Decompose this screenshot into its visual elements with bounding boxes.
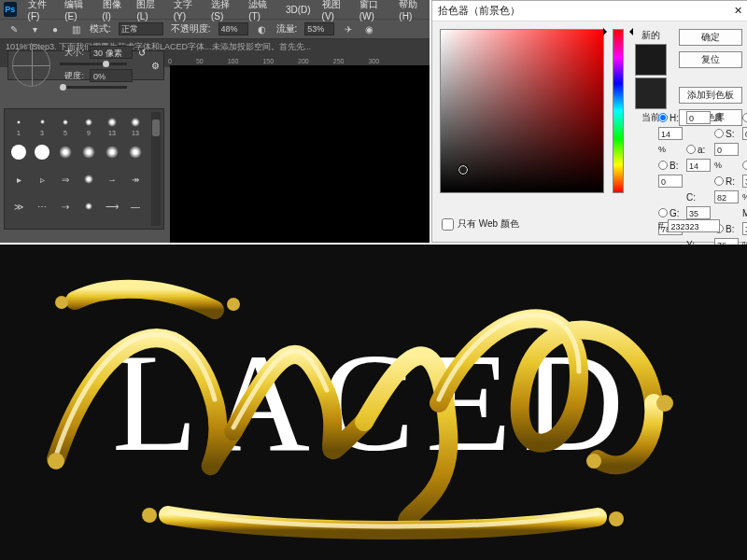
brush-tip[interactable]: ⇢: [55, 194, 76, 218]
add-swatch-button[interactable]: 添加到色板: [679, 87, 742, 104]
menu-select[interactable]: 选择(S): [211, 0, 237, 21]
l-value[interactable]: 14: [658, 127, 683, 140]
flow-label: 流量:: [276, 22, 298, 35]
b2-value[interactable]: 35: [742, 222, 747, 235]
menu-type[interactable]: 文字(Y): [174, 0, 200, 21]
opacity-input[interactable]: [218, 22, 248, 35]
preset-dropdown-icon[interactable]: ▾: [28, 22, 41, 35]
artwork-preview: LACED: [0, 245, 747, 560]
new-label: 新的: [641, 29, 660, 42]
brush-tip[interactable]: [32, 140, 52, 164]
hardness-input[interactable]: 0%: [90, 69, 133, 82]
g-radio[interactable]: G:: [658, 208, 683, 218]
l-radio[interactable]: L:: [742, 113, 747, 123]
menu-filter[interactable]: 滤镜(T): [248, 0, 275, 21]
a-radio[interactable]: a:: [686, 145, 711, 155]
pressure-opacity-icon[interactable]: ◐: [256, 22, 269, 35]
web-only-checkbox[interactable]: [442, 218, 454, 231]
swap-size-icon[interactable]: ↺: [138, 48, 146, 58]
brush-tip[interactable]: ↠: [125, 167, 146, 191]
h-value[interactable]: 0: [686, 111, 711, 124]
c-value[interactable]: 82: [714, 190, 739, 203]
bl-value[interactable]: 0: [658, 175, 683, 188]
brush-tip[interactable]: ≫: [8, 194, 29, 218]
menu-bar: Ps 文件(F) 编辑(E) 图像(I) 图层(L) 文字(Y) 选择(S) 滤…: [0, 0, 430, 19]
opacity-label: 不透明度:: [171, 22, 211, 35]
brush-tip[interactable]: 9: [78, 113, 99, 137]
c-label: C:: [686, 192, 711, 203]
current-label: 当前: [641, 111, 660, 124]
menu-3d[interactable]: 3D(D): [286, 5, 311, 15]
menu-file[interactable]: 文件(F): [28, 0, 54, 21]
brush-tip[interactable]: ⋯: [32, 194, 52, 218]
canvas[interactable]: [170, 65, 430, 243]
hue-slider[interactable]: [610, 29, 627, 193]
brush-tip[interactable]: [102, 140, 122, 164]
gear-icon[interactable]: ⚙: [151, 61, 160, 71]
brush-preview-icon[interactable]: ●: [49, 22, 62, 35]
s-value[interactable]: 0: [742, 127, 747, 140]
scrollbar[interactable]: [151, 112, 161, 226]
menu-view[interactable]: 视图(V): [322, 0, 348, 21]
brush-tip[interactable]: —: [125, 194, 146, 218]
menu-layer[interactable]: 图层(L): [136, 0, 162, 21]
brush-tip[interactable]: 13: [102, 113, 122, 137]
close-icon[interactable]: ✕: [731, 5, 744, 18]
tool-icon[interactable]: ✎: [7, 22, 21, 35]
hex-input[interactable]: 232323: [668, 219, 720, 232]
brush-tip[interactable]: 1: [8, 113, 29, 137]
brush-tip[interactable]: 13: [125, 113, 146, 137]
size-label: 大小:: [56, 47, 84, 59]
r-radio[interactable]: R:: [714, 176, 739, 187]
brush-tip[interactable]: →: [102, 167, 122, 191]
angle-dial[interactable]: [12, 44, 50, 87]
s-radio[interactable]: S:: [714, 129, 739, 139]
brush-tip[interactable]: [78, 167, 99, 191]
flow-input[interactable]: [304, 22, 334, 35]
g-value[interactable]: 35: [686, 206, 711, 219]
brush-tip[interactable]: ⟶: [102, 194, 122, 218]
svg-point-2: [227, 298, 240, 311]
brush-tip[interactable]: [8, 140, 29, 164]
bl-radio[interactable]: b:: [742, 161, 747, 171]
color-field-marker[interactable]: [458, 165, 468, 175]
ps-logo: Ps: [4, 2, 17, 17]
brush-tip[interactable]: [125, 140, 146, 164]
r-value[interactable]: 35: [742, 175, 747, 188]
b-radio[interactable]: B:: [658, 161, 683, 171]
h-radio[interactable]: H:: [658, 113, 683, 123]
airbrush-icon[interactable]: ✈: [342, 22, 355, 35]
brush-tip[interactable]: 5: [55, 113, 76, 137]
swatch-current: [635, 77, 667, 109]
menu-window[interactable]: 窗口(W): [359, 0, 388, 21]
svg-point-3: [656, 395, 673, 412]
brush-tip[interactable]: [78, 194, 99, 218]
menu-edit[interactable]: 编辑(E): [64, 0, 91, 21]
brush-tip[interactable]: ⇒: [55, 167, 76, 191]
size-input[interactable]: 30 像素: [90, 46, 133, 59]
color-field[interactable]: [440, 29, 604, 193]
mode-select[interactable]: 正常: [119, 22, 163, 35]
web-only-label: 只有 Web 颜色: [458, 217, 519, 231]
brush-popup: 大小: 30 像素 ↺ 硬度: 0% ⚙: [7, 50, 164, 80]
brush-tip[interactable]: [78, 140, 99, 164]
reset-button[interactable]: 复位: [679, 51, 742, 68]
ok-button[interactable]: 确定: [679, 29, 742, 46]
options-bar: ✎ ▾ ● ▥ 模式: 正常 不透明度: ◐ 流量: ✈ ◉: [0, 19, 430, 39]
m-label: M:: [742, 208, 747, 218]
brush-tip[interactable]: 3: [32, 113, 52, 137]
brush-tip[interactable]: ▹: [32, 167, 52, 191]
svg-point-0: [48, 453, 64, 469]
svg-point-4: [586, 454, 601, 469]
menu-help[interactable]: 帮助(H): [399, 0, 426, 21]
pressure-size-icon[interactable]: ◉: [362, 22, 375, 35]
brush-presets: 13591313▸▹⇒→↠≫⋯⇢⟶—: [4, 108, 164, 230]
photoshop-panel: Ps 文件(F) 编辑(E) 图像(I) 图层(L) 文字(Y) 选择(S) 滤…: [0, 0, 430, 243]
menu-image[interactable]: 图像(I): [103, 0, 126, 21]
hardness-slider[interactable]: [60, 86, 127, 89]
brush-tip[interactable]: ▸: [8, 167, 29, 191]
bv-value[interactable]: 14: [686, 159, 711, 172]
a-value[interactable]: 0: [714, 143, 739, 156]
brush-tip[interactable]: [55, 140, 76, 164]
panel-toggle-icon[interactable]: ▥: [69, 22, 82, 35]
